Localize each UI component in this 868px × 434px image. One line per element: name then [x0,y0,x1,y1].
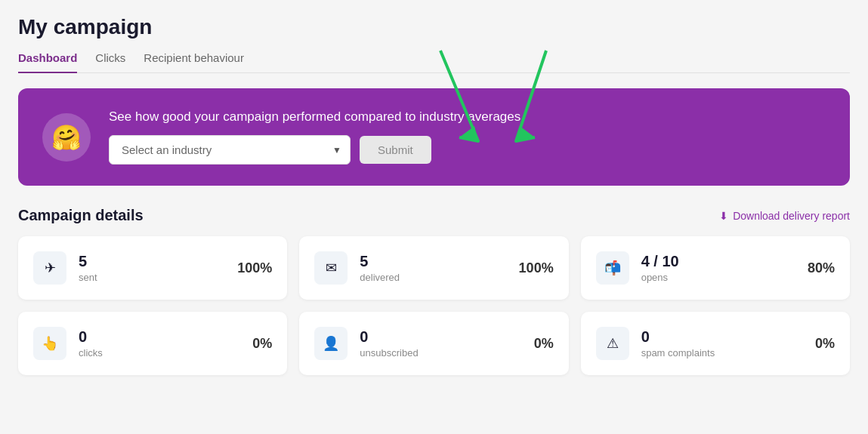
submit-button[interactable]: Submit [360,136,431,164]
delivered-info: 5 delivered [360,253,506,283]
delivered-value: 5 [360,253,506,270]
banner-form: Select an industry ▼ Submit [109,135,826,165]
spam-complaints-info: 0 spam complaints [641,328,803,359]
delivered-icon: ✉ [314,251,348,285]
unsubscribed-percent: 0% [534,336,554,352]
stats-grid: ✈ 5 sent 100% ✉ 5 delivered 100% 📬 4 / 1… [18,236,850,375]
sent-percent: 100% [237,260,272,276]
spam-complaints-icon: ⚠ [596,327,629,360]
campaign-details-header: Campaign details ⬇ Download delivery rep… [18,207,850,224]
clicks-info: 0 clicks [79,328,240,359]
banner-emoji: 🤗 [42,113,91,162]
clicks-percent: 0% [252,336,272,352]
delivered-label: delivered [360,272,506,283]
opens-icon: 📬 [596,251,629,285]
sent-label: sent [79,272,225,283]
unsubscribed-label: unsubscribed [360,347,521,359]
clicks-label: clicks [79,347,240,359]
sent-info: 5 sent [79,253,225,283]
opens-percent: 80% [808,260,835,276]
stat-card-sent: ✈ 5 sent 100% [18,236,287,300]
opens-info: 4 / 10 opens [641,253,795,283]
unsubscribed-icon: 👤 [314,327,348,360]
download-icon: ⬇ [719,210,728,222]
tab-clicks[interactable]: Clicks [95,51,125,73]
unsubscribed-info: 0 unsubscribed [360,328,521,359]
industry-select-wrapper: Select an industry ▼ [109,135,351,165]
tabs-nav: Dashboard Clicks Recipient behaviour [18,51,850,73]
stat-card-opens: 📬 4 / 10 opens 80% [581,236,850,300]
page-title: My campaign [18,15,850,39]
tab-recipient-behaviour[interactable]: Recipient behaviour [144,51,244,73]
spam-complaints-label: spam complaints [641,347,803,359]
banner-text: See how good your campaign performed com… [109,109,826,125]
delivered-percent: 100% [519,260,554,276]
stat-card-unsubscribed: 👤 0 unsubscribed 0% [299,312,568,375]
tab-dashboard[interactable]: Dashboard [18,51,77,73]
spam-complaints-value: 0 [641,328,803,346]
campaign-details-title: Campaign details [18,207,144,224]
clicks-value: 0 [79,328,240,346]
sent-value: 5 [79,253,225,270]
unsubscribed-value: 0 [360,328,521,346]
opens-label: opens [641,272,795,283]
download-report-label: Download delivery report [733,210,850,222]
banner-content: See how good your campaign performed com… [109,109,826,165]
industry-select[interactable]: Select an industry [109,135,351,165]
spam-complaints-percent: 0% [815,336,835,352]
opens-value: 4 / 10 [641,253,795,270]
stat-card-clicks: 👆 0 clicks 0% [18,312,287,375]
stat-card-delivered: ✉ 5 delivered 100% [299,236,568,300]
industry-banner: 🤗 See how good your campaign performed c… [18,88,850,186]
stat-card-spam-complaints: ⚠ 0 spam complaints 0% [581,312,850,375]
clicks-icon: 👆 [33,327,66,360]
sent-icon: ✈ [33,251,66,285]
download-report-link[interactable]: ⬇ Download delivery report [719,210,850,222]
